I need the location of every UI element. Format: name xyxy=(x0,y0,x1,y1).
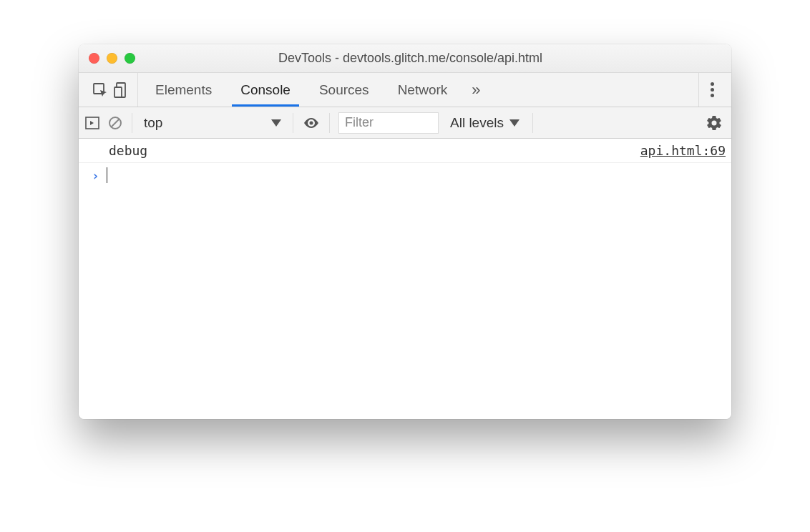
levels-label: All levels xyxy=(450,115,504,131)
console-settings-icon[interactable] xyxy=(703,114,726,132)
execution-context-select[interactable]: top xyxy=(141,114,284,132)
titlebar: DevTools - devtools.glitch.me/console/ap… xyxy=(79,44,731,73)
tab-elements[interactable]: Elements xyxy=(141,73,226,107)
log-message: debug xyxy=(109,143,640,158)
console-sidebar-toggle-icon[interactable] xyxy=(84,115,100,131)
separator xyxy=(532,113,533,133)
panel-tabs: Elements Console Sources Network » xyxy=(138,73,490,107)
context-label: top xyxy=(144,115,162,131)
svg-point-7 xyxy=(310,121,313,124)
devtools-menu-button[interactable] xyxy=(706,78,718,102)
log-source-link[interactable]: api.html:69 xyxy=(640,143,726,158)
separator xyxy=(293,113,293,133)
svg-line-6 xyxy=(112,119,119,127)
text-cursor xyxy=(107,167,108,183)
live-expression-icon[interactable] xyxy=(302,116,321,130)
console-body: debug api.html:69 › xyxy=(79,139,731,419)
close-window-button[interactable] xyxy=(89,53,99,64)
svg-rect-2 xyxy=(114,87,122,97)
window-title: DevTools - devtools.glitch.me/console/ap… xyxy=(99,51,721,66)
tab-network[interactable]: Network xyxy=(384,73,462,107)
prompt-caret-icon: › xyxy=(92,168,99,183)
inspect-element-icon[interactable] xyxy=(92,82,109,99)
svg-marker-4 xyxy=(90,121,94,125)
chevron-down-icon xyxy=(271,119,281,127)
console-prompt-row[interactable]: › xyxy=(79,163,731,187)
tab-sources[interactable]: Sources xyxy=(305,73,384,107)
separator xyxy=(132,113,132,133)
device-toolbar-icon[interactable] xyxy=(113,82,130,99)
more-tabs-button[interactable]: » xyxy=(462,73,490,107)
log-levels-select[interactable]: All levels xyxy=(446,115,524,131)
console-toolbar: top All levels xyxy=(79,107,731,139)
separator xyxy=(329,113,330,133)
devtools-tabbar: Elements Console Sources Network » xyxy=(79,73,731,107)
chevron-down-icon xyxy=(509,119,519,127)
console-log-row: debug api.html:69 xyxy=(79,139,731,163)
tab-console[interactable]: Console xyxy=(226,73,305,107)
devtools-window: DevTools - devtools.glitch.me/console/ap… xyxy=(79,44,731,419)
console-filter-input[interactable] xyxy=(338,112,439,134)
tabbar-left-tools xyxy=(84,73,138,107)
tabbar-right xyxy=(698,73,726,107)
chevron-double-right-icon: » xyxy=(472,81,480,99)
clear-console-icon[interactable] xyxy=(107,115,123,131)
